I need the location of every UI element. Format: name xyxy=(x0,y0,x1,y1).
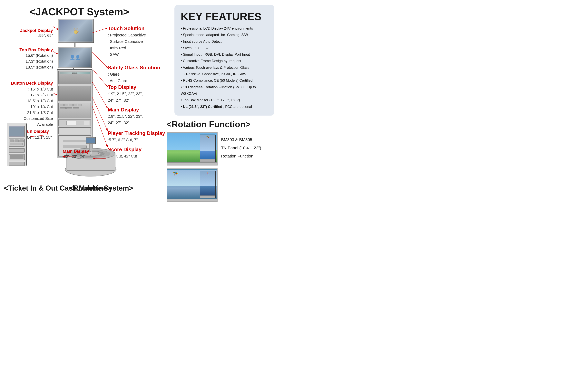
button-deck-label: Button Deck Display xyxy=(6,81,53,86)
touch-solution-details: : Projected Capacitive Surface Capacitiv… xyxy=(108,32,146,58)
key-feature-item: • 180 degrees Rotation Function (BM305, … xyxy=(181,84,268,97)
main-display-center-label: Main Display xyxy=(108,107,139,113)
cabinet-button-deck-area xyxy=(58,103,91,118)
jackpot-display-sizes: :55", 65" xyxy=(10,33,53,38)
cabinet-main-display-area xyxy=(58,86,91,101)
topbox-monitor: 👤👤 xyxy=(58,47,92,68)
cabinet-score-area xyxy=(58,127,91,134)
topbox-display-sizes: :15.6" (Rotation)17.3" (Rotation)18.5" (… xyxy=(8,52,53,70)
svg-rect-30 xyxy=(86,138,95,143)
svg-line-0 xyxy=(53,26,58,30)
svg-rect-21 xyxy=(9,162,25,166)
key-feature-item: • Customize Frame Design by request xyxy=(181,58,268,64)
roulette-title: <Roulette System> xyxy=(70,184,133,192)
svg-rect-15 xyxy=(15,140,19,142)
rotation-text: BM303 & BM305TN Panel (10.4" ~22")Rotati… xyxy=(221,136,261,160)
key-features-panel: KEY FEATURES • Professional LCD Display … xyxy=(174,5,274,116)
player-tracking-label: Player Tracking Display xyxy=(108,130,165,136)
svg-line-3 xyxy=(92,28,107,33)
roulette-main-details: :22", 23", 24" xyxy=(63,154,85,159)
top-display-label: Top Display xyxy=(108,84,136,90)
svg-rect-12 xyxy=(9,126,24,136)
svg-rect-20 xyxy=(10,155,24,159)
key-feature-item: • Various Touch overlays & Protection Gl… xyxy=(181,64,268,71)
svg-line-4 xyxy=(92,52,107,68)
ticket-machine-svg xyxy=(3,121,30,171)
svg-rect-18 xyxy=(9,148,25,152)
rotation-image-2: 🪂 🪁 xyxy=(167,168,218,202)
svg-point-33 xyxy=(98,153,99,154)
roulette-main-label: Main Display xyxy=(63,149,89,154)
svg-line-7 xyxy=(92,97,107,130)
svg-rect-16 xyxy=(20,140,24,142)
safety-glass-label: Safety Glass Solution xyxy=(108,65,160,71)
key-feature-item: • Sizes : 5.7" ~ 32 xyxy=(181,45,268,51)
svg-line-2 xyxy=(53,93,57,95)
svg-point-35 xyxy=(90,155,91,156)
key-feature-item: • Input source Auto Detect xyxy=(181,38,268,45)
jackpot-system-title: <JACKPOT System> xyxy=(29,6,129,18)
jackpot-display-label: Jackpot Display xyxy=(10,28,53,33)
touch-solution-label: Touch Solution xyxy=(108,25,145,32)
svg-line-6 xyxy=(92,82,107,108)
svg-rect-14 xyxy=(10,140,14,142)
svg-line-1 xyxy=(53,51,58,54)
key-feature-item: - Resistive, Capacitive, P-CAP, IR, SAW xyxy=(181,71,268,77)
cabinet-player-tracking-area xyxy=(58,119,91,126)
rotation-function-title: <Rotation Function> xyxy=(167,119,250,129)
topbox-display-label: Top Box Display xyxy=(8,47,53,52)
svg-line-5 xyxy=(92,69,107,87)
svg-rect-17 xyxy=(10,143,23,145)
key-feature-item: • Signal Input : RGB, DVI, Display Port … xyxy=(181,51,268,58)
jackpot-monitor-stand xyxy=(74,43,75,47)
key-feature-item: • Professional LCD Display 24/7 environm… xyxy=(181,25,268,32)
key-feature-item: • RoHS Compliance, CE (50 Models) Certif… xyxy=(181,77,268,84)
svg-point-34 xyxy=(90,151,91,152)
key-feature-item: • Top Box Monitor (15.6", 17.3", 18.5") xyxy=(181,97,268,103)
key-feature-item: • UL (21.5", 23") Certified , FCC are op… xyxy=(181,104,268,110)
key-features-title: KEY FEATURES xyxy=(181,10,268,23)
rotation-image-1: 🪂 🪂 xyxy=(167,132,218,166)
safety-glass-details: : Glare: Anti Glare xyxy=(108,71,127,84)
main-display-center-details: :19", 21.5", 22", 23",24", 27", 32" xyxy=(108,113,143,126)
cabinet-top-display-area: ▦▦▦ xyxy=(58,71,91,84)
key-features-list: • Professional LCD Display 24/7 environm… xyxy=(181,25,268,110)
key-feature-item: • Special mode adapted for Gaming S/W xyxy=(181,32,268,38)
jackpot-monitor: 🖐 xyxy=(58,19,94,43)
top-display-details: :19", 21.5", 22", 23",24", 27", 32" xyxy=(108,91,143,104)
